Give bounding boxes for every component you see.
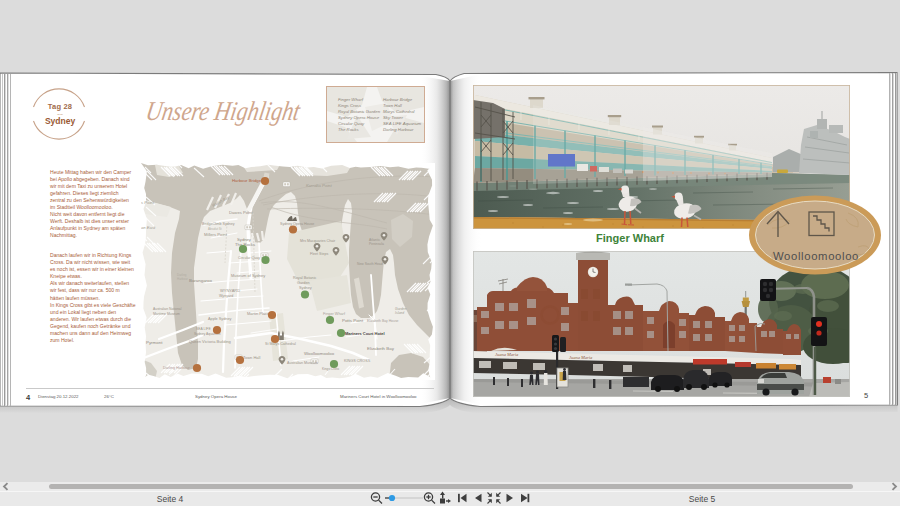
svg-text:Woolloomooloo: Woolloomooloo [773,250,859,262]
svg-text:Australian National: Australian National [153,307,182,311]
svg-text:Millers Point: Millers Point [204,232,228,237]
svg-text:Apple Sydney: Apple Sydney [208,317,232,321]
svg-text:Darling Harbour: Darling Harbour [163,366,191,370]
svg-text:Sydney: Sydney [299,286,312,290]
svg-text:Juana Maria: Juana Maria [495,352,519,357]
svg-text:Australian Museum: Australian Museum [287,361,318,365]
svg-text:Potts Point: Potts Point [342,318,364,323]
svg-text:St Marys Cathedral: St Marys Cathedral [265,342,296,346]
svg-text:WYNYARD: WYNYARD [220,288,240,293]
svg-text:Pyrmont: Pyrmont [146,340,163,345]
svg-text:Royal Botanic: Royal Botanic [293,276,317,280]
svg-text:Mariners Court Hotel: Mariners Court Hotel [345,331,385,336]
svg-text:Martin Place: Martin Place [247,311,270,316]
svg-text:Museum of Sydney: Museum of Sydney [231,273,265,278]
svg-text:Dawes Point: Dawes Point [229,210,253,215]
svg-text:Harbour: Harbour [177,277,188,281]
svg-text:Woolloomooloo: Woolloomooloo [304,351,335,356]
svg-text:Wynyard: Wynyard [219,294,233,298]
svg-text:Peninsula: Peninsula [369,242,384,246]
svg-text:Elizabeth Bay House: Elizabeth Bay House [367,319,399,323]
svg-text:Maritime Museum: Maritime Museum [153,312,180,316]
svg-text:Kurraba Point: Kurraba Point [306,183,332,188]
svg-text:Town Hall: Town Hall [243,355,260,360]
svg-text:KINGS CROSS: KINGS CROSS [344,359,371,363]
svg-text:Absolut St: Absolut St [208,227,222,231]
svg-text:Elizabeth Bay: Elizabeth Bay [367,346,395,351]
svg-text:Garden: Garden [297,281,310,285]
svg-text:Juana Maria: Juana Maria [569,355,593,360]
svg-text:SEA LIFE: SEA LIFE [196,327,211,331]
svg-text:Sydney Opera House: Sydney Opera House [280,222,314,226]
svg-text:Finger Wharf: Finger Wharf [323,312,346,316]
svg-text:an East: an East [141,225,156,230]
svg-text:New South Head: New South Head [357,262,383,266]
svg-text:Harbour Bridge: Harbour Bridge [232,178,262,183]
svg-text:Circular Quay: Circular Quay [238,256,260,260]
svg-text:Fleet Steps: Fleet Steps [310,252,328,256]
svg-text:Kings Cross: Kings Cross [322,367,340,371]
svg-text:Island: Island [395,311,404,315]
svg-text:Mrs Macquaries Chair: Mrs Macquaries Chair [300,239,336,243]
svg-text:Queen Victoria Building: Queen Victoria Building [189,339,231,344]
svg-text:s Point: s Point [141,200,155,205]
svg-text:Barangaroo: Barangaroo [189,278,213,283]
svg-text:BridgeClimb Sydney: BridgeClimb Sydney [202,222,235,226]
